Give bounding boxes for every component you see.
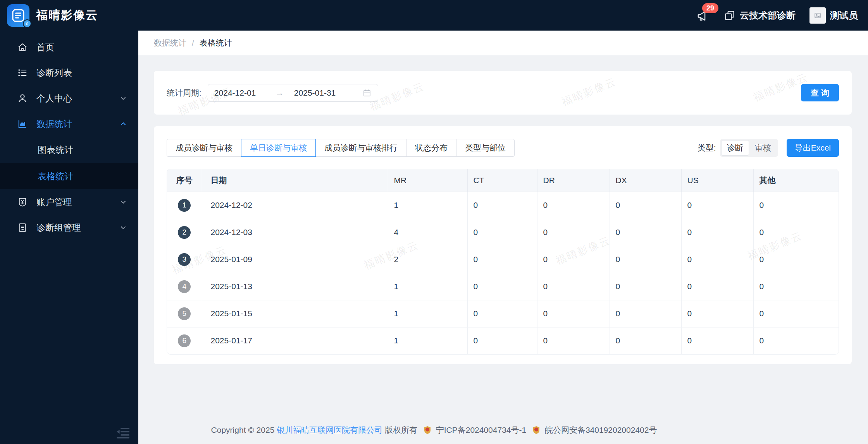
value-cell: 0 xyxy=(753,273,839,300)
value-cell: 0 xyxy=(467,327,537,354)
value-cell: 0 xyxy=(681,192,753,219)
company-link[interactable]: 银川福晴互联网医院有限公司 xyxy=(277,425,382,434)
rights-text: 版权所有 xyxy=(385,425,417,434)
sidebar-item-label: 首页 xyxy=(36,41,54,53)
value-cell: 0 xyxy=(537,192,610,219)
value-cell: 1 xyxy=(388,300,467,327)
value-cell: 0 xyxy=(753,300,839,327)
value-cell: 0 xyxy=(610,273,681,300)
user-icon xyxy=(17,93,28,104)
date-cell: 2024-12-03 xyxy=(202,219,388,246)
org-switcher[interactable]: 云技术部诊断 xyxy=(724,9,796,22)
sidebar-item-label: 数据统计 xyxy=(36,118,72,130)
date-cell: 2025-01-17 xyxy=(202,327,388,354)
filter-card: 统计周期: 2024-12-01 → 2025-01-31 查 询 xyxy=(154,71,852,115)
value-cell: 0 xyxy=(537,246,610,273)
sidebar-item-table-statistics[interactable]: 表格统计 xyxy=(0,163,138,189)
app-brand: 福晴影像云 xyxy=(0,4,98,27)
value-cell: 1 xyxy=(388,327,467,354)
tab-member-diagnosis-review-ranking[interactable]: 成员诊断与审核排行 xyxy=(315,139,406,157)
value-cell: 0 xyxy=(681,219,753,246)
value-cell: 2 xyxy=(388,246,467,273)
sidebar-item-label: 账户管理 xyxy=(36,196,72,208)
calendar-icon[interactable] xyxy=(362,88,372,98)
collapse-sidebar-button[interactable] xyxy=(115,424,131,440)
sidebar-item-chart-statistics[interactable]: 图表统计 xyxy=(0,137,138,163)
type-option-diagnosis[interactable]: 诊断 xyxy=(721,140,749,156)
date-cell: 2024-12-02 xyxy=(202,192,388,219)
breadcrumb-current: 表格统计 xyxy=(200,38,232,48)
chevron-down-icon xyxy=(120,95,127,102)
security-number: 皖公网安备34019202002402号 xyxy=(545,425,657,434)
value-cell: 0 xyxy=(753,192,839,219)
sidebar-item-data-statistics[interactable]: 数据统计 xyxy=(0,111,138,137)
org-icon xyxy=(724,10,735,21)
home-icon xyxy=(17,42,28,53)
emblem-icon xyxy=(424,426,431,434)
row-index-badge: 6 xyxy=(178,334,191,347)
type-option-review[interactable]: 审核 xyxy=(749,140,777,156)
tab-member-diagnosis-review[interactable]: 成员诊断与审核 xyxy=(167,139,241,157)
user-menu[interactable]: 测试员 xyxy=(809,7,858,24)
date-end-value[interactable]: 2025-01-31 xyxy=(294,88,336,98)
date-range-picker[interactable]: 2024-12-01 → 2025-01-31 xyxy=(208,84,378,102)
chevron-down-icon xyxy=(120,224,127,231)
ordered-list-icon xyxy=(17,67,28,78)
value-cell: 0 xyxy=(681,273,753,300)
app-header: 福晴影像云 29 云技术部诊断 测试员 xyxy=(0,0,868,31)
data-table: 序号日期MRCTDRDXUS其他 12024-12-0210000022024-… xyxy=(167,169,839,355)
column-header: DR xyxy=(537,169,610,192)
tab-type-and-part[interactable]: 类型与部位 xyxy=(456,139,515,157)
export-excel-button[interactable]: 导出Excel xyxy=(787,139,839,157)
column-header: MR xyxy=(388,169,467,192)
app-title: 福晴影像云 xyxy=(36,7,98,23)
breadcrumb: 数据统计 / 表格统计 xyxy=(138,31,868,55)
query-button[interactable]: 查 询 xyxy=(801,84,839,101)
type-segmented-control: 诊断 审核 xyxy=(720,139,778,157)
value-cell: 0 xyxy=(753,327,839,354)
breadcrumb-parent[interactable]: 数据统计 xyxy=(154,38,186,48)
value-cell: 0 xyxy=(467,246,537,273)
date-cell: 2025-01-09 xyxy=(202,246,388,273)
column-header: 序号 xyxy=(167,169,202,192)
sidebar-item-personal-center[interactable]: 个人中心 xyxy=(0,86,138,111)
row-index-badge: 1 xyxy=(178,199,191,212)
table-row: 12024-12-02100000 xyxy=(167,192,839,219)
tab-bar: 成员诊断与审核 单日诊断与审核 成员诊断与审核排行 状态分布 类型与部位 类型:… xyxy=(167,139,839,157)
column-header: CT xyxy=(467,169,537,192)
tab-group: 成员诊断与审核 单日诊断与审核 成员诊断与审核排行 状态分布 类型与部位 xyxy=(167,139,515,157)
column-header: US xyxy=(681,169,753,192)
collapse-sidebar-icon xyxy=(115,424,131,440)
user-name: 测试员 xyxy=(830,9,858,22)
value-cell: 0 xyxy=(467,219,537,246)
sidebar-item-label: 诊断列表 xyxy=(36,67,72,79)
avatar-placeholder-icon xyxy=(814,12,822,19)
row-index-badge: 4 xyxy=(178,280,191,293)
date-cell: 2025-01-13 xyxy=(202,273,388,300)
icp-number: 宁ICP备2024004734号-1 xyxy=(436,425,526,434)
sidebar-item-diagnosis-group-management[interactable]: 诊断组管理 xyxy=(0,215,138,240)
value-cell: 0 xyxy=(610,192,681,219)
value-cell: 0 xyxy=(537,273,610,300)
tab-status-distribution[interactable]: 状态分布 xyxy=(406,139,456,157)
sidebar-item-label: 表格统计 xyxy=(38,170,73,182)
sidebar-item-home[interactable]: 首页 xyxy=(0,34,138,60)
value-cell: 0 xyxy=(610,246,681,273)
table-row: 22024-12-03400000 xyxy=(167,219,839,246)
value-cell: 0 xyxy=(467,192,537,219)
copyright-text: Copyright © 2025 xyxy=(211,425,275,434)
chevron-down-icon xyxy=(120,199,127,206)
value-cell: 0 xyxy=(467,273,537,300)
value-cell: 1 xyxy=(388,273,467,300)
sidebar-item-diagnosis-list[interactable]: 诊断列表 xyxy=(0,60,138,86)
sidebar: 首页 诊断列表 个人中心 数据统计 图表统计 表格统计 账户管 xyxy=(0,31,138,444)
logo-badge-icon xyxy=(23,19,31,28)
row-index-badge: 5 xyxy=(178,307,191,320)
org-name: 云技术部诊断 xyxy=(740,9,796,22)
tab-daily-diagnosis-review[interactable]: 单日诊断与审核 xyxy=(241,139,316,157)
sidebar-item-account-management[interactable]: 账户管理 xyxy=(0,189,138,215)
date-start-value[interactable]: 2024-12-01 xyxy=(214,88,272,98)
value-cell: 0 xyxy=(753,246,839,273)
sidebar-item-label: 个人中心 xyxy=(36,93,72,105)
notifications-button[interactable]: 29 xyxy=(696,9,710,22)
